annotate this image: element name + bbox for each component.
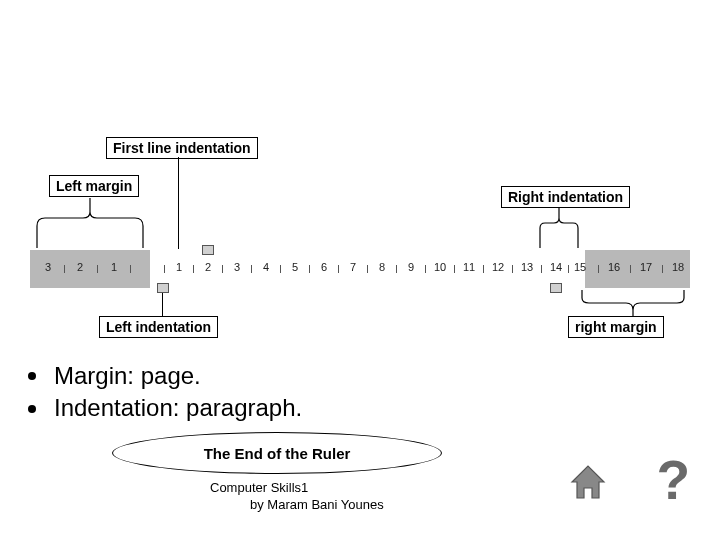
help-icon: ?	[656, 449, 690, 511]
tick-minor	[630, 265, 631, 273]
help-button[interactable]: ?	[656, 448, 690, 512]
ruler-tick-neg-1: 1	[111, 261, 117, 273]
tick-minor	[425, 265, 426, 273]
tick-minor	[280, 265, 281, 273]
brace-right-indent	[537, 208, 581, 248]
label-left-indentation: Left indentation	[99, 316, 218, 338]
ruler-tick-12: 12	[492, 261, 504, 273]
leader-first-line	[178, 157, 179, 249]
ruler-tick-5: 5	[292, 261, 298, 273]
tick-minor	[251, 265, 252, 273]
tick-minor	[367, 265, 368, 273]
section-title-oval: The End of the Ruler	[112, 432, 442, 474]
ruler-tick-neg-3: 3	[45, 261, 51, 273]
ruler-tick-16: 16	[608, 261, 620, 273]
left-indent-marker[interactable]	[157, 283, 169, 293]
bullet-icon	[28, 372, 36, 380]
ruler-tick-neg-2: 2	[77, 261, 83, 273]
bullet-text-1: Margin: page.	[54, 360, 201, 392]
brace-left-margin	[33, 198, 147, 248]
tick-minor	[541, 265, 542, 273]
tick-minor	[396, 265, 397, 273]
tick-minor	[193, 265, 194, 273]
ruler-tick-2: 2	[205, 261, 211, 273]
tick-minor	[662, 265, 663, 273]
right-indent-marker[interactable]	[550, 283, 562, 293]
tick-minor	[222, 265, 223, 273]
footer-credit: Computer Skills1 by Maram Bani Younes	[210, 480, 384, 514]
ruler-tick-15: 15	[574, 261, 586, 273]
bullet-list: Margin: page. Indentation: paragraph.	[28, 360, 302, 425]
tick-minor	[338, 265, 339, 273]
bullet-text-2: Indentation: paragraph.	[54, 392, 302, 424]
ruler: 3 2 1 1 2 3 4 5 6 7 8 9 10 11 12 13 14 1…	[30, 250, 690, 288]
tick-minor	[97, 265, 98, 273]
ruler-tick-1: 1	[176, 261, 182, 273]
ruler-tick-14: 14	[550, 261, 562, 273]
ruler-tick-18: 18	[672, 261, 684, 273]
ruler-tick-8: 8	[379, 261, 385, 273]
home-button[interactable]	[566, 460, 610, 504]
home-icon	[566, 460, 610, 504]
label-left-margin: Left margin	[49, 175, 139, 197]
ruler-tick-13: 13	[521, 261, 533, 273]
tick-minor	[512, 265, 513, 273]
tick-minor	[454, 265, 455, 273]
tick-minor	[598, 265, 599, 273]
ruler-tick-4: 4	[263, 261, 269, 273]
ruler-tick-10: 10	[434, 261, 446, 273]
tick-minor	[483, 265, 484, 273]
tick-minor	[130, 265, 131, 273]
first-line-indent-marker[interactable]	[202, 245, 214, 255]
ruler-tick-9: 9	[408, 261, 414, 273]
ruler-tick-11: 11	[463, 261, 475, 273]
label-right-margin: right margin	[568, 316, 664, 338]
tick-minor	[164, 265, 165, 273]
section-title-text: The End of the Ruler	[204, 445, 351, 462]
leader-left-indent	[162, 289, 163, 316]
ruler-tick-3: 3	[234, 261, 240, 273]
brace-right-margin	[578, 290, 688, 316]
label-first-line-indentation: First line indentation	[106, 137, 258, 159]
label-right-indentation: Right indentation	[501, 186, 630, 208]
ruler-tick-6: 6	[321, 261, 327, 273]
tick-minor	[309, 265, 310, 273]
footer-line-1: Computer Skills1	[210, 480, 384, 497]
list-item: Margin: page.	[28, 360, 302, 392]
tick-minor	[64, 265, 65, 273]
bullet-icon	[28, 405, 36, 413]
ruler-tick-17: 17	[640, 261, 652, 273]
list-item: Indentation: paragraph.	[28, 392, 302, 424]
ruler-tick-7: 7	[350, 261, 356, 273]
tick-minor	[568, 265, 569, 273]
footer-line-2: by Maram Bani Younes	[210, 497, 384, 514]
